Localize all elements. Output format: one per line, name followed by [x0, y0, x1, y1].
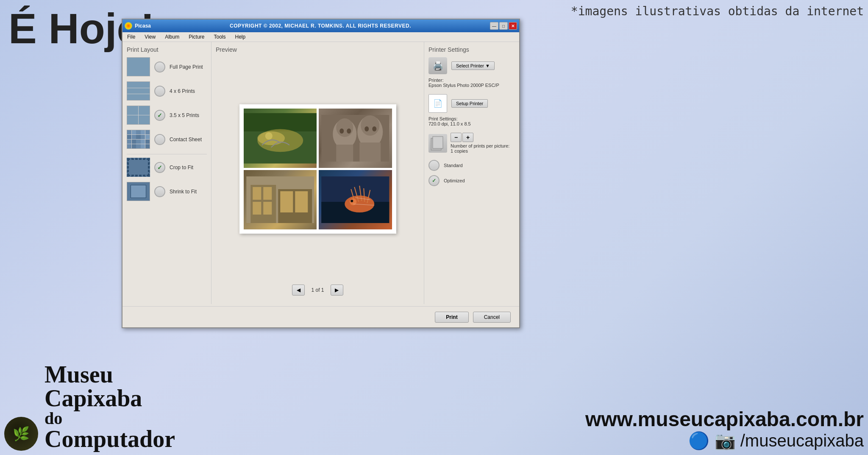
svg-point-12 [364, 126, 369, 131]
svg-rect-18 [253, 187, 261, 200]
svg-rect-21 [263, 202, 272, 215]
layout-3x5[interactable]: 3.5 x 5 Prints [127, 106, 207, 125]
optimized-label: Optimized [444, 178, 465, 183]
menu-tools[interactable]: Tools [213, 33, 227, 40]
printer-name: Epson Stylus Photo 2000P ESC/P [428, 83, 515, 88]
shrink-fit-radio[interactable] [154, 186, 165, 197]
printer-icon: 🖨️ [428, 57, 447, 74]
copies-row: − + Number of prints per picture: 1 copi… [428, 133, 515, 154]
menu-help[interactable]: Help [234, 33, 247, 40]
preview-area [216, 57, 420, 280]
printer-label: Printer: [428, 78, 515, 83]
full-page-label: Full Page Print [170, 64, 203, 70]
maximize-button[interactable]: □ [499, 22, 508, 30]
page-indicator: 1 of 1 [311, 287, 324, 293]
svg-rect-19 [263, 187, 272, 200]
picasa-window: Picasa COPYRIGHT © 2002, MICHAEL R. TOMK… [122, 19, 520, 328]
menu-album[interactable]: Album [164, 33, 181, 40]
printer-row: 🖨️ Select Printer ▼ [428, 57, 515, 74]
copies-buttons: − + [451, 133, 509, 142]
layout-shrink-fit[interactable]: Shrink to Fit [127, 182, 207, 201]
svg-point-11 [361, 115, 379, 136]
print-settings-value: 720.0 dpi, 11.0 x 8.5 [428, 121, 515, 126]
standard-label: Standard [444, 163, 463, 168]
contact-label: Contact Sheet [170, 137, 202, 142]
social-handle: 🔵 📷 /museucapixaba [585, 431, 864, 451]
printer-settings-panel: Printer Settings 🖨️ Select Printer ▼ Pri… [424, 42, 519, 304]
svg-rect-15 [359, 142, 381, 162]
standard-quality-row[interactable]: Standard [428, 160, 515, 171]
crop-fit-label: Crop to Fit [170, 165, 193, 170]
next-page-button[interactable]: ▶ [331, 285, 343, 296]
website-url: www.museucapixaba.com.br [585, 408, 864, 431]
optimized-quality-row[interactable]: Optimized [428, 175, 515, 186]
optimized-radio[interactable] [428, 175, 440, 186]
museum-line3: do [45, 410, 175, 427]
title-bar-buttons: — □ ✕ [490, 22, 517, 30]
shrink-fit-label: Shrink to Fit [170, 189, 197, 195]
copies-value: 1 copies [451, 148, 509, 154]
svg-point-34 [351, 200, 353, 202]
quality-section: Standard Optimized [428, 160, 515, 186]
window-title: COPYRIGHT © 2002, MICHAEL R. TOMKINS. AL… [151, 23, 490, 29]
minimize-button[interactable]: — [490, 22, 498, 30]
svg-point-8 [339, 128, 344, 134]
print-layout-panel: Print Layout Full Page Print 4 x 6 Print… [122, 42, 211, 304]
layout-crop-fit[interactable]: Crop to Fit [127, 158, 207, 177]
menu-view[interactable]: View [143, 33, 157, 40]
contact-radio[interactable] [154, 134, 165, 145]
layout-4x6[interactable]: 4 x 6 Prints [127, 81, 207, 100]
svg-rect-20 [253, 202, 261, 215]
preview-img-statue [319, 109, 392, 168]
4x6-radio[interactable] [154, 86, 165, 97]
menu-bar: File View Album Picture Tools Help [122, 32, 519, 42]
paper-preview [239, 104, 396, 234]
museum-icon: 🌿 [4, 417, 38, 451]
preview-img-squid [244, 109, 317, 168]
full-page-thumb [127, 57, 150, 76]
svg-point-13 [372, 126, 376, 131]
close-button[interactable]: ✕ [509, 22, 517, 30]
crop-fit-thumb [127, 158, 150, 177]
menu-picture[interactable]: Picture [187, 33, 206, 40]
layout-full-page[interactable]: Full Page Print [127, 57, 207, 76]
setup-printer-button[interactable]: Setup Printer [451, 99, 488, 108]
standard-radio[interactable] [428, 160, 440, 171]
setup-printer-section: 📄 Setup Printer Print Settings: 720.0 dp… [428, 94, 515, 126]
preview-img-fish [319, 170, 392, 229]
crop-fit-radio[interactable] [154, 162, 165, 173]
layout-contact[interactable]: Contact Sheet [127, 130, 207, 149]
svg-rect-24 [295, 191, 308, 212]
copies-section: − + Number of prints per picture: 1 copi… [428, 133, 515, 154]
title-bar: Picasa COPYRIGHT © 2002, MICHAEL R. TOMK… [122, 20, 519, 32]
3x5-radio[interactable] [154, 110, 165, 121]
increase-copies-button[interactable]: + [462, 133, 473, 142]
copies-label: Number of prints per picture: [451, 143, 509, 148]
app-name: Picasa [135, 23, 151, 29]
branding-bottom-right: www.museucapixaba.com.br 🔵 📷 /museucapix… [585, 408, 864, 451]
setup-doc-icon: 📄 [428, 94, 447, 113]
contact-thumb [127, 130, 150, 149]
full-page-radio[interactable] [154, 61, 165, 73]
3x5-label: 3.5 x 5 Prints [170, 112, 199, 118]
shrink-fit-thumb [127, 182, 150, 201]
copies-controls: − + Number of prints per picture: 1 copi… [451, 133, 509, 154]
decrease-copies-button[interactable]: − [451, 133, 462, 142]
menu-file[interactable]: File [126, 33, 136, 40]
svg-point-7 [336, 118, 353, 137]
main-content: Print Layout Full Page Print 4 x 6 Print… [122, 42, 519, 304]
title-bar-left: Picasa [125, 22, 151, 30]
museum-name-block: Museu Capixaba do Computador [45, 363, 175, 451]
print-button[interactable]: Print [435, 312, 468, 323]
background-caption: *imagens ilustrativas obtidas da interne… [571, 4, 864, 18]
select-printer-section: 🖨️ Select Printer ▼ Printer: Epson Stylu… [428, 57, 515, 88]
museum-line1: Museu [45, 363, 175, 386]
cancel-button[interactable]: Cancel [473, 312, 511, 323]
svg-rect-38 [433, 137, 443, 148]
svg-point-4 [265, 132, 272, 139]
svg-point-9 [347, 128, 351, 134]
select-printer-button[interactable]: Select Printer ▼ [451, 61, 495, 70]
prev-page-button[interactable]: ◀ [292, 285, 305, 296]
museum-line2: Capixaba [45, 386, 175, 410]
3x5-thumb [127, 106, 150, 125]
